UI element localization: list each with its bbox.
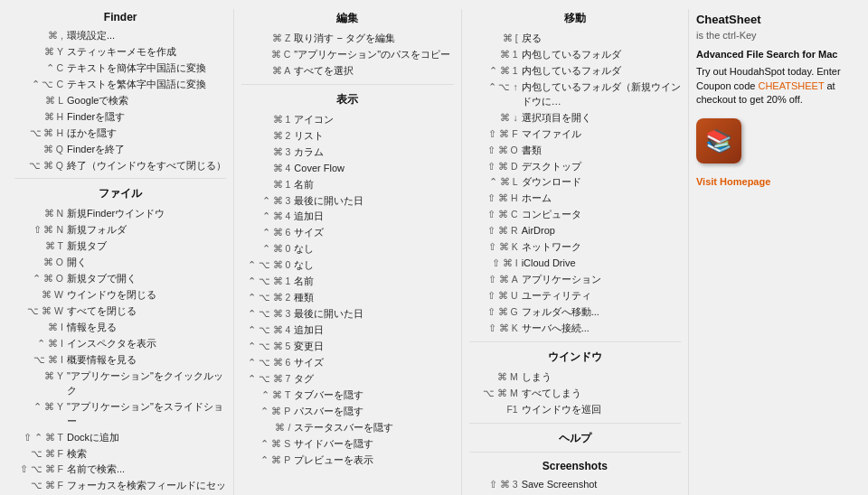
shortcut-item: ⇧ ⌘ O 書類 bbox=[469, 144, 681, 158]
shortcut-item: ⌘ O 開く bbox=[14, 256, 226, 270]
shortcut-item: ⇧ ⌘ 3 Save Screenshot bbox=[469, 478, 681, 492]
shortcut-item: ⌘ M しまう bbox=[469, 370, 681, 385]
shortcut-item: ⌃ ⌘ 6 サイズ bbox=[241, 226, 453, 240]
shortcut-item: ⇧ ⌘ F マイファイル bbox=[469, 127, 681, 142]
shortcut-item: ⌃ ⌘ Y "アプリケーション"をスライドショー bbox=[14, 400, 226, 429]
shortcut-item: ⌃ ⌘ 3 最後に開いた日 bbox=[241, 194, 453, 209]
shortcut-item: ⌃ ⌘ S サイドバーを隠す bbox=[241, 437, 453, 452]
shortcut-item: ⌘ N 新規Finderウインドウ bbox=[14, 207, 226, 221]
shortcut-item: ⌥ ⌘ F 検索 bbox=[14, 447, 226, 462]
shortcut-item: ⌘ / ステータスバーを隠す bbox=[241, 421, 453, 435]
shortcut-item: ⌘ Z 取り消す − タグを編集 bbox=[241, 32, 453, 46]
shortcut-item: ⌃ ⌥ ↑ 内包しているフォルダ（新規ウインドウに… bbox=[469, 80, 681, 109]
shortcut-item: ⌘ , 環境設定... bbox=[14, 29, 226, 43]
shortcut-item: ⌃ ⌥ ⌘ 3 最後に開いた日 bbox=[241, 307, 453, 322]
edit-title: 編集 bbox=[241, 11, 453, 26]
shortcut-item: ⇧ ⌘ N 新規フォルダ bbox=[14, 223, 226, 238]
shortcut-item: ⇧ ⌃ ⌘ T Dockに追加 bbox=[14, 431, 226, 445]
shortcut-item: ⌘ Q Finderを終了 bbox=[14, 143, 226, 157]
view-section-title: 表示 bbox=[241, 92, 453, 107]
move-column: 移動 ⌘ [ 戻る ⌘ 1 内包しているフォルダ ⌃ ⌘ 1 内包しているフォル… bbox=[462, 9, 689, 495]
shortcut-item: ⌃ ⌥ ⌘ 4 追加日 bbox=[241, 323, 453, 338]
screenshots-section-title: Screenshots bbox=[469, 460, 681, 472]
shortcut-item: ⌃ ⌘ P パスバーを隠す bbox=[241, 405, 453, 419]
shortcut-item: ⌥ ⌘ W すべてを閉じる bbox=[14, 304, 226, 319]
shortcut-item: ⇧ ⌘ A アプリケーション bbox=[469, 273, 681, 287]
shortcut-item: ⌘ H Finderを隠す bbox=[14, 110, 226, 125]
shortcut-item: ⇧ ⌥ ⌘ F 名前で検索... bbox=[14, 462, 226, 477]
help-section-title: ヘルプ bbox=[469, 431, 681, 446]
visit-homepage-link[interactable]: Visit Homepage bbox=[696, 176, 854, 187]
shortcut-item: ⌘ 3 カラム bbox=[241, 145, 453, 160]
shortcut-item: ⌃ ⌘ 0 なし bbox=[241, 242, 453, 257]
ad-image bbox=[696, 118, 741, 163]
shortcut-item: ⌘ 2 リスト bbox=[241, 129, 453, 144]
shortcut-item: ⌥ ⌘ F フォーカスを検索フィールドにセット bbox=[14, 479, 226, 495]
shortcut-item: ⇧ ⌘ K サーバへ接続... bbox=[469, 322, 681, 336]
finder-title: Finder bbox=[14, 11, 226, 23]
shortcut-item: ⌃ ⌥ ⌘ 5 変更日 bbox=[241, 340, 453, 354]
shortcut-item: ⌃ ⌘ T タブバーを隠す bbox=[241, 388, 453, 403]
shortcut-item: ⌘ Y "アプリケーション"をクイックルック bbox=[14, 369, 226, 398]
shortcut-item: F1 ウインドウを巡回 bbox=[469, 403, 681, 417]
shortcut-item: ⌘ ↓ 選択項目を開く bbox=[469, 111, 681, 126]
shortcut-item: ⌃ ⌘ 1 内包しているフォルダ bbox=[469, 64, 681, 79]
edit-column: 編集 ⌘ Z 取り消す − タグを編集 ⌘ C "アプリケーション"のパスをコピ… bbox=[234, 9, 461, 495]
shortcut-item: ⌃ ⌘ P プレビューを表示 bbox=[241, 453, 453, 468]
shortcut-item: ⌃ ⌥ C テキストを繁体字中国語に変換 bbox=[14, 78, 226, 92]
shortcut-item: ⌃ C テキストを簡体字中国語に変換 bbox=[14, 61, 226, 76]
shortcut-item: ⇧ ⌘ I iCloud Drive bbox=[469, 257, 681, 271]
window-section-title: ウインドウ bbox=[469, 350, 681, 365]
finder-column: Finder ⌘ , 環境設定... ⌘ Y スティッキーメモを作成 ⌃ C テ… bbox=[7, 9, 234, 495]
shortcut-item: ⌘ 1 アイコン bbox=[241, 113, 453, 127]
shortcut-item: ⌥ ⌘ Q 終了（ウインドウをすべて閉じる） bbox=[14, 159, 226, 173]
shortcut-item: ⇧ ⌘ K ネットワーク bbox=[469, 240, 681, 255]
shortcut-item: ⌃ ⌘ O 新規タブで開く bbox=[14, 272, 226, 286]
file-section-title: ファイル bbox=[14, 186, 226, 201]
shortcut-item: ⌘ T 新規タブ bbox=[14, 239, 226, 254]
shortcut-item: ⇧ ⌘ U ユーティリティ bbox=[469, 289, 681, 304]
shortcut-item: ⌘ C "アプリケーション"のパスをコピー bbox=[241, 48, 453, 62]
shortcut-item: ⇧ ⌘ R AirDrop bbox=[469, 224, 681, 238]
shortcut-item: ⌃ ⌥ ⌘ 0 なし bbox=[241, 258, 453, 273]
shortcut-item: ⌘ I 情報を見る bbox=[14, 321, 226, 335]
ad-panel: CheatSheet is the ctrl-Key Advanced File… bbox=[689, 9, 861, 495]
shortcut-item: ⌃ ⌘ I インスペクタを表示 bbox=[14, 337, 226, 351]
shortcut-item: ⌃ ⌘ L ダウンロード bbox=[469, 175, 681, 190]
shortcut-item: ⌘ [ 戻る bbox=[469, 32, 681, 46]
app-name: CheatSheet bbox=[696, 13, 854, 26]
ctrl-key-note: is the ctrl-Key bbox=[696, 30, 854, 41]
shortcut-item: ⌘ L Googleで検索 bbox=[14, 94, 226, 108]
shortcut-item: ⌃ ⌘ 4 追加日 bbox=[241, 210, 453, 224]
shortcut-item: ⌘ 1 名前 bbox=[241, 178, 453, 192]
shortcut-item: ⌃ ⌥ ⌘ 1 名前 bbox=[241, 275, 453, 289]
shortcut-item: ⌘ W ウインドウを閉じる bbox=[14, 288, 226, 303]
shortcut-item: ⇧ ⌘ H ホーム bbox=[469, 191, 681, 206]
ad-body: Try out HoudahSpot today. Enter Coupon c… bbox=[696, 65, 854, 107]
move-title: 移動 bbox=[469, 11, 681, 26]
shortcut-item: ⌥ ⌘ H ほかを隠す bbox=[14, 126, 226, 141]
shortcut-item: ⌥ ⌘ M すべてしまう bbox=[469, 387, 681, 401]
shortcut-item: ⌘ Y スティッキーメモを作成 bbox=[14, 45, 226, 60]
shortcut-item: ⇧ ⌘ C コンピュータ bbox=[469, 208, 681, 222]
shortcut-item: ⌥ ⌘ I 概要情報を見る bbox=[14, 353, 226, 368]
coupon-code[interactable]: CHEATSHEET bbox=[758, 80, 824, 91]
shortcut-item: ⇧ ⌘ D デスクトップ bbox=[469, 160, 681, 174]
shortcut-item: ⌘ 4 Cover Flow bbox=[241, 162, 453, 176]
shortcut-item: ⇧ ⌘ G フォルダへ移動... bbox=[469, 305, 681, 320]
shortcut-item: ⌃ ⌥ ⌘ 2 種類 bbox=[241, 291, 453, 305]
shortcut-item: ⌘ A すべてを選択 bbox=[241, 64, 453, 79]
shortcut-item: ⌃ ⌥ ⌘ 6 サイズ bbox=[241, 356, 453, 370]
ad-title: Advanced File Search for Mac bbox=[696, 48, 854, 61]
shortcut-item: ⌘ 1 内包しているフォルダ bbox=[469, 48, 681, 62]
shortcut-item: ⌃ ⌥ ⌘ 7 タグ bbox=[241, 372, 453, 387]
